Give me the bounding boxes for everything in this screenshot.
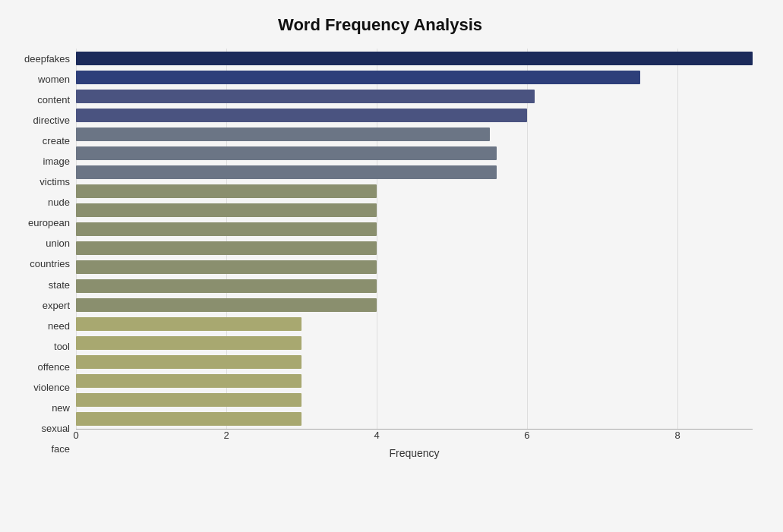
- bar-row: [76, 69, 753, 86]
- bar-european: [76, 203, 377, 217]
- x-ticks: 02468: [76, 430, 753, 444]
- y-label-need: need: [48, 316, 70, 335]
- bar-victims: [76, 165, 497, 179]
- bar-row: [76, 373, 753, 389]
- bar-row: [76, 240, 753, 257]
- chart-title: Word Frequency Analysis: [8, 15, 753, 35]
- bar-image: [76, 146, 497, 160]
- bar-directive: [76, 109, 527, 122]
- y-label-directive: directive: [33, 112, 70, 130]
- x-tick: 4: [374, 430, 379, 441]
- bar-offence: [76, 336, 302, 350]
- bar-content: [76, 90, 535, 103]
- bar-row: [76, 88, 753, 105]
- y-label-new: new: [52, 398, 70, 417]
- bar-row: [76, 278, 753, 294]
- bar-row: [76, 316, 753, 332]
- bar-row: [76, 107, 753, 124]
- bar-new: [76, 374, 302, 388]
- bar-row: [76, 297, 753, 313]
- bar-row: [76, 183, 753, 200]
- grid-line: [677, 49, 678, 429]
- x-tick: 0: [73, 430, 78, 441]
- bars-wrapper: [76, 49, 753, 429]
- bar-nude: [76, 184, 377, 198]
- chart-container: Word Frequency Analysis deepfakeswomenco…: [0, 0, 783, 532]
- bar-need: [76, 298, 377, 312]
- x-axis-label: Frequency: [76, 447, 753, 459]
- bar-state: [76, 260, 377, 274]
- bar-row: [76, 202, 753, 219]
- y-label-state: state: [49, 275, 70, 294]
- bar-expert: [76, 279, 377, 293]
- bar-union: [76, 222, 377, 236]
- plot-area: 02468 Frequency: [76, 49, 753, 459]
- x-tick: 8: [674, 430, 680, 441]
- y-label-expert: expert: [43, 296, 70, 314]
- bar-row: [76, 145, 753, 162]
- y-label-countries: countries: [30, 255, 70, 273]
- bar-face: [76, 412, 302, 426]
- y-label-violence: violence: [33, 378, 70, 396]
- y-label-tool: tool: [54, 337, 70, 355]
- grid-line: [527, 49, 528, 429]
- bar-row: [76, 126, 753, 143]
- y-label-offence: offence: [38, 357, 70, 376]
- y-label-create: create: [43, 132, 70, 150]
- y-axis: deepfakeswomencontentdirectivecreateimag…: [8, 49, 76, 459]
- y-label-face: face: [51, 439, 70, 458]
- y-label-victims: victims: [39, 173, 70, 191]
- bar-row: [76, 392, 753, 408]
- grid-line: [377, 49, 377, 429]
- bar-row: [76, 411, 753, 427]
- bar-row: [76, 50, 753, 67]
- x-tick: 6: [524, 430, 529, 441]
- y-label-women: women: [38, 71, 70, 89]
- y-label-nude: nude: [48, 194, 70, 212]
- grid-lines: [76, 49, 753, 429]
- bar-women: [76, 71, 640, 84]
- y-label-content: content: [37, 91, 70, 109]
- x-axis: 02468 Frequency: [76, 429, 753, 459]
- grid-line: [76, 49, 77, 429]
- y-label-deepfakes: deepfakes: [24, 50, 70, 68]
- bar-countries: [76, 241, 377, 255]
- y-label-european: european: [28, 214, 70, 232]
- bar-row: [76, 354, 753, 370]
- bar-create: [76, 127, 490, 141]
- bar-violence: [76, 355, 302, 369]
- y-label-sexual: sexual: [41, 419, 70, 437]
- bar-row: [76, 259, 753, 275]
- y-label-union: union: [46, 235, 70, 253]
- bar-sexual: [76, 393, 302, 407]
- chart-area: deepfakeswomencontentdirectivecreateimag…: [8, 49, 753, 459]
- bar-row: [76, 221, 753, 238]
- bar-row: [76, 164, 753, 181]
- bar-tool: [76, 317, 302, 331]
- y-label-image: image: [43, 153, 70, 171]
- bar-row: [76, 335, 753, 351]
- x-tick: 2: [223, 430, 229, 441]
- grid-line: [226, 49, 227, 429]
- bar-deepfakes: [76, 52, 753, 65]
